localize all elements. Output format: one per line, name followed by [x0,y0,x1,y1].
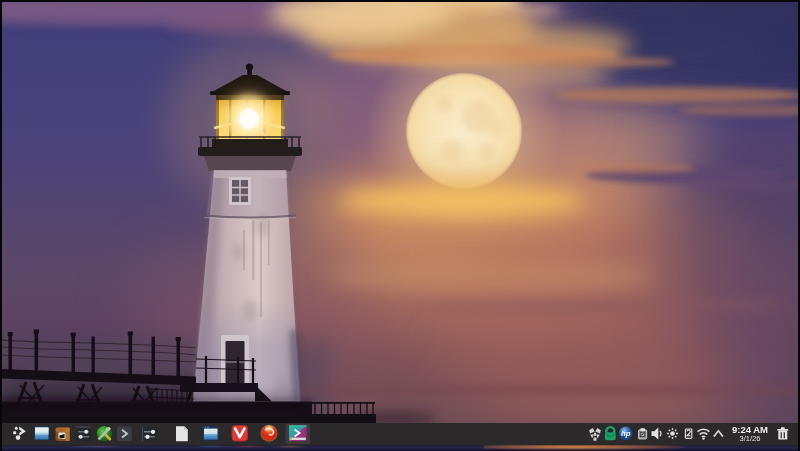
svg-text:hp: hp [621,429,631,438]
